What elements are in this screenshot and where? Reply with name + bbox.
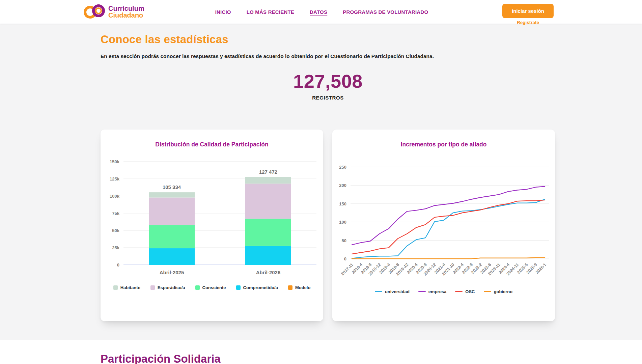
legend-item-habitante[interactable]: Habitante: [113, 285, 140, 290]
legend-item-gobierno[interactable]: gobierno: [484, 289, 513, 294]
bar-ytick-label: 25k: [112, 245, 119, 250]
page-title: Conoce las estadísticas: [101, 33, 555, 46]
legend-item-osc[interactable]: OSC: [455, 289, 475, 294]
card-ally-increments: Incrementos por tipo de aliado 050100150…: [332, 130, 555, 321]
nav-item-lo-mas-reciente[interactable]: LO MÁS RECIENTE: [247, 9, 294, 15]
nav-item-datos[interactable]: DATOS: [310, 9, 327, 15]
legend-color-swatch-modelo: [288, 285, 292, 290]
line-xtick-label: 2017-11: [340, 262, 354, 276]
bar-chart-svg: 025k50k75k100k125k150k105 334Abril-20251…: [101, 155, 323, 280]
bar-ytick-label: 50k: [112, 228, 119, 233]
bar-chart-legend: HabitanteEsporádico/aConscienteCompromet…: [101, 285, 323, 290]
legend-line-swatch-empresa: [418, 291, 426, 292]
legend-item-esporadico-a[interactable]: Esporádico/a: [150, 285, 185, 290]
legend-label: Esporádico/a: [158, 285, 185, 290]
legend-label: gobierno: [494, 289, 513, 294]
legend-line-swatch-universidad: [375, 291, 382, 292]
bar-ytick-label: 150k: [110, 159, 120, 164]
nav: INICIOLO MÁS RECIENTEDATOSPROGRAMAS DE V…: [215, 9, 428, 15]
interlocked-rings-icon: [84, 4, 105, 20]
legend-item-modelo[interactable]: Modelo: [288, 285, 311, 290]
legend-label: Modelo: [295, 285, 311, 290]
line-ytick-label: 50: [342, 238, 346, 243]
legend-item-comprometido-a[interactable]: Comprometido/a: [236, 285, 278, 290]
legend-label: Habitante: [120, 285, 140, 290]
logo-text: Currículum Ciudadano: [108, 5, 144, 19]
bar-segment-comprometido-a: [245, 246, 291, 265]
registrations-block: 127,508 REGISTROS: [101, 70, 555, 101]
logo-line-2: Ciudadano: [108, 12, 144, 19]
login-button[interactable]: Iniciar sesión: [502, 4, 554, 18]
line-ytick-label: 100: [339, 220, 346, 225]
nav-item-inicio[interactable]: INICIO: [215, 9, 231, 15]
bar-ytick-label: 100k: [110, 194, 120, 199]
next-section-title: Participación Solidaria: [101, 353, 642, 364]
legend-line-swatch-osc: [455, 291, 463, 292]
legend-item-universidad[interactable]: universidad: [375, 289, 410, 294]
bar-total-label: 127 472: [259, 169, 277, 175]
bar-category-label: Abril-2025: [160, 270, 184, 275]
line-ytick-label: 250: [339, 165, 346, 170]
bar-segment-habitante: [245, 177, 291, 184]
card-participation-quality: Distribución de Calidad de Participación…: [101, 130, 323, 321]
bar-ytick-label: 0: [117, 262, 119, 268]
bar-segment-consciente: [149, 225, 195, 248]
line-ytick-label: 200: [339, 183, 346, 188]
legend-line-swatch-gobierno: [484, 291, 491, 292]
registrations-label: REGISTROS: [101, 95, 555, 101]
line-chart-svg: 0501001502002502017-112018-42018-82018-1…: [332, 159, 555, 287]
bar-segment-habitante: [149, 192, 195, 197]
logo-line-1: Currículum: [108, 5, 144, 12]
logo[interactable]: Currículum Ciudadano: [84, 4, 144, 20]
page: Currículum Ciudadano INICIOLO MÁS RECIEN…: [0, 0, 642, 364]
header: Currículum Ciudadano INICIOLO MÁS RECIEN…: [0, 0, 642, 24]
bar-ytick-label: 125k: [110, 176, 120, 181]
bar-ytick-label: 75k: [112, 211, 119, 216]
line-series-osc: [352, 200, 545, 254]
line-chart-title: Incrementos por tipo de aliado: [332, 141, 555, 148]
line-ytick-label: 150: [339, 201, 346, 206]
charts-row: Distribución de Calidad de Participación…: [101, 130, 555, 321]
legend-label: Comprometido/a: [243, 285, 278, 290]
legend-color-swatch-comprometido-a: [236, 285, 241, 290]
auth-block: Iniciar sesión Regístrate: [502, 0, 554, 25]
legend-label: Consciente: [202, 285, 226, 290]
legend-label: OSC: [465, 289, 475, 294]
legend-color-swatch-habitante: [113, 285, 118, 290]
bar-segment-esporadico-a: [149, 197, 195, 225]
register-link[interactable]: Regístrate: [517, 20, 539, 25]
registrations-count: 127,508: [101, 70, 555, 92]
legend-label: universidad: [385, 289, 410, 294]
line-series-universidad: [352, 199, 545, 258]
bar-segment-comprometido-a: [149, 248, 195, 265]
section-description: En esta sección podrás conocer las respu…: [101, 53, 555, 59]
line-chart-legend: universidadempresaOSCgobierno: [332, 289, 555, 294]
legend-item-consciente[interactable]: Consciente: [195, 285, 226, 290]
stats-section: Conoce las estadísticas En esta sección …: [0, 24, 642, 340]
bar-category-label: Abril-2026: [256, 270, 281, 275]
legend-item-empresa[interactable]: empresa: [418, 289, 446, 294]
legend-color-swatch-consciente: [195, 285, 200, 290]
legend-color-swatch-esporadico-a: [150, 285, 155, 290]
legend-label: empresa: [428, 289, 446, 294]
bar-segment-consciente: [245, 219, 291, 246]
nav-item-programas-de-voluntariado[interactable]: PROGRAMAS DE VOLUNTARIADO: [343, 9, 428, 15]
bar-segment-esporadico-a: [245, 184, 291, 219]
bar-total-label: 105 334: [163, 184, 181, 190]
line-ytick-label: 0: [344, 256, 346, 261]
bar-chart-title: Distribución de Calidad de Participación: [101, 141, 323, 148]
next-section: Participación Solidaria: [0, 340, 642, 364]
